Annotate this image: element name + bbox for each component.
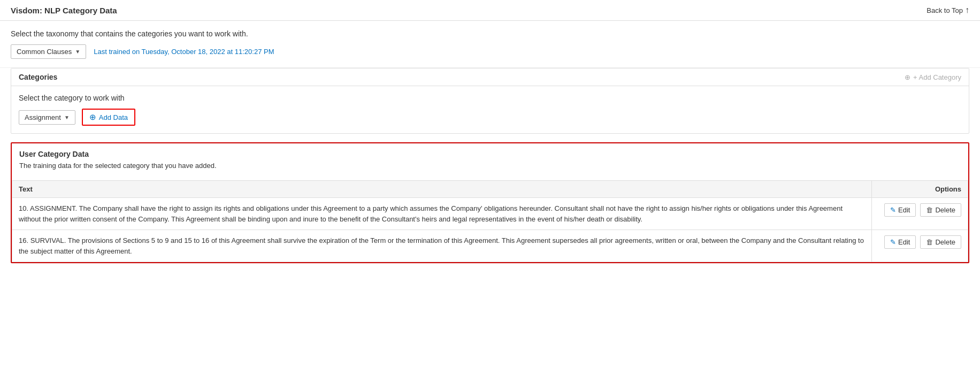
add-data-label: Add Data (99, 113, 128, 121)
category-select-row: Assignment ▼ ⊕ Add Data (19, 109, 961, 126)
back-to-top-link[interactable]: Back to Top ↑ (927, 5, 969, 15)
ucd-header: User Category Data The training data for… (12, 143, 968, 178)
trained-info-label: Last trained on Tuesday, October 18, 202… (94, 48, 274, 56)
row1-text: 10. ASSIGNMENT. The Company shall have t… (19, 204, 843, 223)
ucd-table: Text Options 10. ASSIGNMENT. The Company… (12, 180, 968, 262)
category-caret-icon: ▼ (64, 114, 70, 120)
edit-icon-2: ✎ (890, 238, 896, 246)
category-selected-label: Assignment (25, 113, 61, 121)
edit-icon-1: ✎ (890, 206, 896, 214)
table-cell-options-2: ✎ Edit 🗑 Delete (872, 230, 968, 262)
edit-button-2[interactable]: ✎ Edit (884, 235, 916, 249)
ucd-description: The training data for the selected categ… (19, 162, 961, 170)
text-column-header: Text (12, 181, 872, 198)
delete-icon-1: 🗑 (926, 206, 933, 214)
taxonomy-dropdown[interactable]: Common Clauses ▼ (11, 44, 86, 59)
categories-header: Categories ⊕ + Add Category (11, 68, 969, 86)
delete-button-2[interactable]: 🗑 Delete (920, 235, 961, 249)
add-data-plus-icon: ⊕ (89, 112, 96, 122)
page-header: Visdom: NLP Category Data Back to Top ↑ (0, 0, 980, 21)
table-row: 16. SURVIVAL. The provisions of Sections… (12, 230, 968, 262)
edit-label-2: Edit (898, 238, 910, 246)
delete-label-1: Delete (935, 206, 955, 214)
taxonomy-description: Select the taxonomy that contains the ca… (11, 29, 969, 38)
table-row: 10. ASSIGNMENT. The Company shall have t… (12, 198, 968, 230)
row2-text: 16. SURVIVAL. The provisions of Sections… (19, 236, 864, 255)
categories-title: Categories (19, 73, 57, 81)
table-cell-text-2: 16. SURVIVAL. The provisions of Sections… (12, 230, 872, 262)
options-cell-1: ✎ Edit 🗑 Delete (878, 203, 961, 217)
categories-body: Select the category to work with Assignm… (11, 86, 969, 133)
category-select-description: Select the category to work with (19, 94, 961, 102)
taxonomy-selected-label: Common Clauses (17, 48, 72, 56)
edit-label-1: Edit (898, 206, 910, 214)
back-to-top-label: Back to Top (927, 6, 963, 14)
add-category-plus-icon: ⊕ (905, 73, 910, 81)
delete-icon-2: 🗑 (926, 238, 933, 246)
ucd-title: User Category Data (19, 150, 961, 158)
table-header-row: Text Options (12, 181, 968, 198)
taxonomy-section: Select the taxonomy that contains the ca… (0, 21, 980, 68)
taxonomy-row: Common Clauses ▼ Last trained on Tuesday… (11, 44, 969, 59)
options-column-header: Options (872, 181, 968, 198)
categories-section: Categories ⊕ + Add Category Select the c… (11, 68, 969, 134)
table-cell-options-1: ✎ Edit 🗑 Delete (872, 198, 968, 230)
table-cell-text-1: 10. ASSIGNMENT. The Company shall have t… (12, 198, 872, 230)
edit-button-1[interactable]: ✎ Edit (884, 203, 916, 217)
user-category-data-section: User Category Data The training data for… (11, 142, 969, 263)
delete-label-2: Delete (935, 238, 955, 246)
arrow-up-icon: ↑ (965, 5, 969, 15)
page-title: Visdom: NLP Category Data (11, 6, 117, 15)
delete-button-1[interactable]: 🗑 Delete (920, 203, 961, 217)
options-cell-2: ✎ Edit 🗑 Delete (878, 235, 961, 249)
add-data-button[interactable]: ⊕ Add Data (82, 109, 135, 126)
add-category-label: + Add Category (913, 73, 961, 81)
add-category-button[interactable]: ⊕ + Add Category (905, 73, 961, 81)
category-dropdown[interactable]: Assignment ▼ (19, 110, 75, 125)
taxonomy-caret-icon: ▼ (75, 49, 80, 55)
